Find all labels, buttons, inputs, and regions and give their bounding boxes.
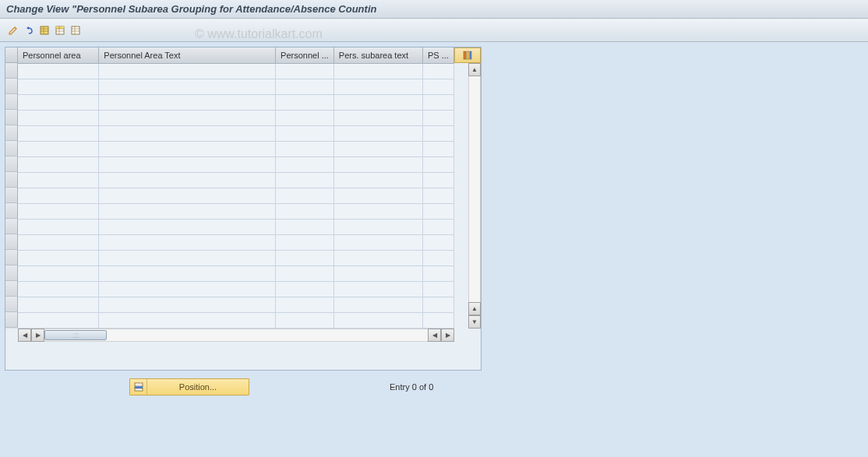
cell-input[interactable] (426, 95, 450, 109)
cell-input[interactable] (279, 188, 330, 202)
cell-input[interactable] (279, 157, 330, 171)
row-selector[interactable] (5, 110, 18, 125)
table-cell[interactable] (276, 172, 334, 188)
cell-input[interactable] (279, 142, 330, 156)
column-header-personnel-area[interactable]: Personnel area (18, 47, 99, 63)
cell-input[interactable] (21, 173, 95, 187)
table-cell[interactable] (422, 125, 453, 141)
row-selector[interactable] (5, 94, 18, 110)
table-cell[interactable] (276, 156, 334, 172)
select-all-button[interactable] (37, 23, 51, 37)
cell-input[interactable] (279, 266, 330, 280)
table-cell[interactable] (18, 203, 99, 219)
table-cell[interactable] (276, 94, 334, 110)
cell-input[interactable] (102, 204, 272, 218)
table-cell[interactable] (99, 125, 276, 141)
cell-input[interactable] (337, 266, 419, 280)
column-header-pers-subarea-text[interactable]: Pers. subarea text (333, 47, 422, 63)
cell-input[interactable] (426, 282, 450, 296)
cell-input[interactable] (337, 173, 419, 187)
table-cell[interactable] (99, 141, 276, 156)
cell-input[interactable] (102, 220, 272, 234)
horizontal-scrollbar-track[interactable] (44, 329, 428, 342)
cell-input[interactable] (337, 204, 419, 218)
cell-input[interactable] (21, 157, 95, 171)
cell-input[interactable] (337, 79, 419, 93)
cell-input[interactable] (102, 64, 272, 78)
table-cell[interactable] (333, 250, 422, 265)
cell-input[interactable] (279, 251, 330, 265)
table-cell[interactable] (333, 63, 422, 79)
table-cell[interactable] (18, 188, 99, 203)
table-cell[interactable] (18, 141, 99, 156)
table-cell[interactable] (99, 94, 276, 110)
table-cell[interactable] (422, 281, 453, 297)
table-cell[interactable] (276, 125, 334, 141)
table-cell[interactable] (18, 234, 99, 250)
table-cell[interactable] (99, 219, 276, 234)
table-cell[interactable] (276, 79, 334, 94)
cell-input[interactable] (21, 126, 95, 140)
cell-input[interactable] (279, 204, 330, 218)
cell-input[interactable] (102, 313, 272, 327)
cell-input[interactable] (337, 220, 419, 234)
cell-input[interactable] (21, 111, 95, 125)
table-cell[interactable] (99, 265, 276, 281)
column-header-ps-grouping[interactable]: PS ... (422, 47, 453, 63)
table-cell[interactable] (276, 250, 334, 265)
scroll-left-button-2[interactable]: ▶ (31, 329, 44, 342)
table-cell[interactable] (99, 281, 276, 297)
cell-input[interactable] (426, 79, 450, 93)
cell-input[interactable] (102, 297, 272, 311)
cell-input[interactable] (102, 251, 272, 265)
table-cell[interactable] (333, 172, 422, 188)
cell-input[interactable] (21, 251, 95, 265)
row-selector[interactable] (5, 234, 18, 250)
cell-input[interactable] (102, 235, 272, 249)
cell-input[interactable] (426, 251, 450, 265)
table-cell[interactable] (422, 141, 453, 156)
cell-input[interactable] (102, 111, 272, 125)
cell-input[interactable] (426, 111, 450, 125)
table-cell[interactable] (276, 265, 334, 281)
cell-input[interactable] (337, 126, 419, 140)
table-cell[interactable] (276, 188, 334, 203)
scroll-up-button[interactable]: ▲ (468, 63, 481, 76)
table-cell[interactable] (422, 63, 453, 79)
table-cell[interactable] (18, 281, 99, 297)
table-cell[interactable] (276, 297, 334, 312)
scroll-left-button[interactable]: ◀ (18, 329, 31, 342)
row-selector[interactable] (5, 250, 18, 265)
table-settings-button[interactable] (454, 47, 481, 63)
table-cell[interactable] (18, 297, 99, 312)
table-cell[interactable] (276, 234, 334, 250)
table-cell[interactable] (99, 79, 276, 94)
cell-input[interactable] (21, 282, 95, 296)
table-cell[interactable] (99, 250, 276, 265)
table-cell[interactable] (18, 172, 99, 188)
cell-input[interactable] (337, 188, 419, 202)
table-cell[interactable] (333, 297, 422, 312)
cell-input[interactable] (426, 204, 450, 218)
vertical-scrollbar-track[interactable] (468, 76, 481, 302)
table-cell[interactable] (333, 141, 422, 156)
cell-input[interactable] (102, 95, 272, 109)
table-cell[interactable] (422, 297, 453, 312)
table-cell[interactable] (422, 94, 453, 110)
table-cell[interactable] (18, 156, 99, 172)
table-cell[interactable] (422, 110, 453, 125)
table-cell[interactable] (422, 219, 453, 234)
table-cell[interactable] (422, 188, 453, 203)
scroll-down-button-upper[interactable]: ▲ (468, 302, 481, 315)
table-cell[interactable] (422, 156, 453, 172)
table-cell[interactable] (422, 265, 453, 281)
cell-input[interactable] (279, 235, 330, 249)
deselect-button[interactable] (69, 23, 83, 37)
cell-input[interactable] (426, 313, 450, 327)
table-cell[interactable] (18, 125, 99, 141)
column-header-personnel-area-text[interactable]: Personnel Area Text (99, 47, 276, 63)
cell-input[interactable] (21, 64, 95, 78)
cell-input[interactable] (337, 157, 419, 171)
table-cell[interactable] (333, 203, 422, 219)
table-cell[interactable] (422, 79, 453, 94)
